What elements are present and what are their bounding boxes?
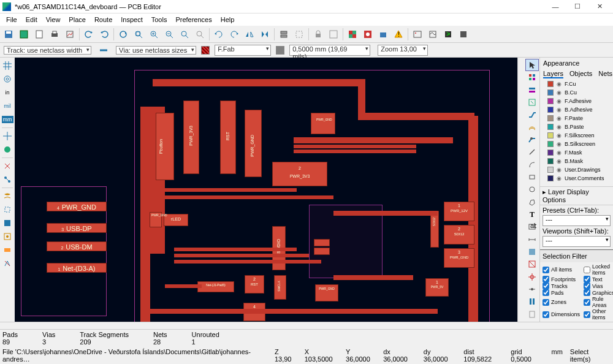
visibility-icon[interactable]: ◉ [555,157,563,165]
print-button[interactable] [47,27,62,42]
filter-pads[interactable]: Pads [543,289,580,296]
visibility-icon[interactable]: ◉ [555,123,563,131]
pcb-canvas[interactable]: Pbutton PWR_3V3 RST PWR_GND 2PWR_3V3 4 P… [15,58,517,322]
refresh-button[interactable] [116,27,131,42]
bus-tool[interactable] [525,295,539,308]
layer-B.Adhesive[interactable]: ◉B.Adhesive [540,105,613,114]
autolock-tool[interactable] [1,230,14,243]
filter-graphics[interactable]: Graphics [584,289,613,296]
layer-color-swatch[interactable] [201,46,210,55]
mm-tool[interactable]: mm [1,113,14,126]
menu-help[interactable]: Help [217,15,238,25]
zoom-in-button[interactable] [147,27,161,42]
layer-select[interactable]: F.Fab [212,45,273,56]
rect-tool[interactable] [525,171,539,183]
lock-button[interactable] [311,27,326,42]
canvas-scrollbar-h[interactable] [0,322,613,329]
zoom-to-button[interactable] [192,27,207,42]
filter-text[interactable]: Text [584,276,613,282]
visibility-icon[interactable]: ◉ [555,115,563,122]
circle-tool[interactable] [525,183,539,195]
visibility-icon[interactable]: ◉ [555,97,563,105]
select-tool[interactable] [525,59,539,71]
filter-rule-areas[interactable]: Rule Areas [584,296,613,308]
layer-B.Mask[interactable]: ◉B.Mask [540,157,613,165]
in-tool[interactable]: in [1,86,14,99]
line-tool[interactable] [525,159,539,171]
layer-B.Cu[interactable]: ◉B.Cu [540,88,613,97]
filter-other-items[interactable]: Other items [584,308,613,320]
page-settings-button[interactable] [32,27,47,42]
layer-F.Cu[interactable]: ◉F.Cu [540,80,613,88]
layer-F.Silkscreen[interactable]: ◉F.Silkscreen [540,131,613,140]
rotate-cw-button[interactable] [227,27,242,42]
visibility-icon[interactable]: ◉ [555,80,563,88]
layer-manager-button[interactable] [276,27,291,42]
redo-button[interactable] [97,27,112,42]
zoom-fit-button[interactable] [131,27,146,42]
zoom-out-button[interactable] [162,27,177,42]
track-auto-button[interactable] [96,43,111,58]
text-tool[interactable]: T [525,208,539,221]
close-button[interactable]: ✕ [588,0,611,13]
net-tool[interactable] [1,173,14,186]
dim-tool[interactable]: ab [525,221,539,233]
locked-tool[interactable] [1,216,14,230]
edit-sch-tool[interactable] [525,96,539,108]
filter-locked-items[interactable]: Locked items [584,264,613,276]
route-diff-tool[interactable] [525,121,539,134]
layer-B.Paste[interactable]: ◉B.Paste [540,123,613,131]
filter-zones[interactable]: Zones [543,296,580,308]
hilite-tool[interactable] [525,71,539,83]
filter-button[interactable] [326,27,341,42]
grid-color-swatch[interactable] [276,46,284,55]
tab-layers[interactable]: Layers [543,70,563,78]
align-tool[interactable] [525,233,539,246]
route-tool[interactable] [525,108,539,121]
drc-button[interactable]: ! [391,27,406,42]
undo-button[interactable] [82,27,96,42]
zoom-selection-button[interactable] [177,27,192,42]
visibility-icon[interactable]: ◉ [555,140,563,148]
menu-route[interactable]: Route [91,15,116,25]
flip-h-button[interactable] [242,27,257,42]
keepout-tool[interactable] [525,258,539,270]
menu-tools[interactable]: Tools [148,15,171,25]
menu-edit[interactable]: Edit [22,15,41,25]
layer-User.Eco1[interactable]: ◉User.Eco1 [540,183,613,184]
poly-tool[interactable] [525,196,539,208]
visibility-icon[interactable]: ◉ [555,183,563,184]
maximize-button[interactable]: ☐ [566,0,588,13]
layer-F.Adhesive[interactable]: ◉F.Adhesive [540,97,613,105]
script-button[interactable] [410,27,425,42]
via-size-select[interactable]: Via: use netclass sizes [113,47,199,54]
board-setup-button[interactable] [17,27,31,42]
layer-display-toggle[interactable]: ▸ Layer Display Options [543,188,589,203]
filter-all-items[interactable]: All items [543,264,580,276]
visibility-icon[interactable]: ◉ [555,132,563,139]
viewports-select[interactable]: --- [543,236,611,247]
python-button[interactable]: > [441,27,455,42]
filter-footprints[interactable]: Footprints [543,276,580,282]
layer-User.Drawings[interactable]: ◉User.Drawings [540,165,613,174]
save-button[interactable] [1,27,16,42]
menu-inspect[interactable]: Inspect [117,15,146,25]
layer-F.Paste[interactable]: ◉F.Paste [540,114,613,123]
plot-button[interactable] [63,27,77,42]
render-button[interactable] [425,27,440,42]
visibility-icon[interactable]: ◉ [555,166,563,173]
menu-place[interactable]: Place [65,15,89,25]
update-pcb-button[interactable] [360,27,375,42]
drc-tool[interactable] [1,143,14,156]
via-tool[interactable] [525,134,539,146]
filter-vias[interactable]: Vias [584,282,613,289]
snap-tool[interactable] [1,159,14,173]
menu-view[interactable]: View [42,15,64,25]
filter-dimensions[interactable]: Dimensions [543,308,580,320]
fill-tool[interactable] [1,189,14,203]
visibility-icon[interactable]: ◉ [555,89,563,96]
toggle2-tool[interactable] [1,257,14,270]
lock-tool[interactable] [525,308,539,320]
cursor-tool[interactable] [1,129,14,143]
zoom-select[interactable]: Zoom 13,00 [375,45,430,56]
